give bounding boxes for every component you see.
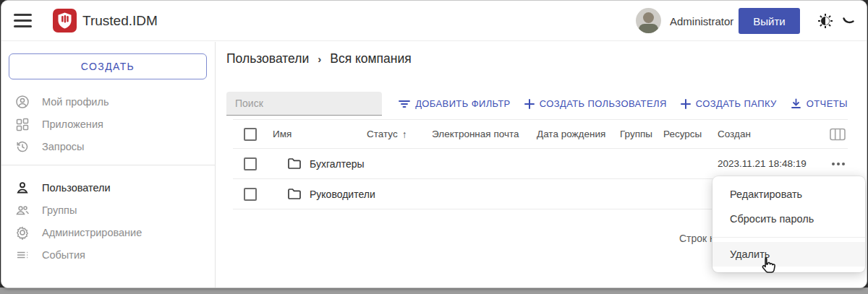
sidebar-item-administration[interactable]: Администрирование: [1, 221, 215, 243]
rows-per-page-label: Строк н: [679, 233, 715, 244]
row-checkbox[interactable]: [244, 157, 257, 170]
plus-icon: [524, 99, 535, 109]
user-name: Administrator: [670, 1, 733, 41]
sidebar-item-label: Администрирование: [42, 227, 142, 238]
reports-button[interactable]: ОТЧЕТЫ: [791, 98, 848, 109]
breadcrumb-separator-icon: ›: [318, 53, 321, 65]
menu-hamburger-icon[interactable]: [14, 14, 32, 27]
app-window: Trusted.IDM Administrator Выйти: [1, 0, 867, 288]
logout-button[interactable]: Выйти: [739, 8, 800, 34]
folder-icon: [287, 157, 302, 170]
folder-icon: [287, 188, 302, 200]
sidebar-item-label: Запросы: [42, 141, 84, 152]
sidebar-item-label: Мой профиль: [42, 96, 109, 108]
create-button[interactable]: СОЗДАТЬ: [9, 53, 207, 79]
sidebar-nav-primary: Мой профиль Приложения Запросы: [1, 90, 215, 157]
column-header-email[interactable]: Электронная почта: [432, 129, 537, 139]
create-folder-button[interactable]: СОЗДАТЬ ПАПКУ: [681, 98, 777, 109]
sidebar: СОЗДАТЬ Мой профиль Приложения: [1, 42, 216, 287]
moon-icon[interactable]: [843, 1, 854, 41]
sidebar-divider: [1, 165, 215, 165]
sidebar-item-label: Группы: [42, 204, 77, 216]
desktop-background-strip: [0, 287, 868, 294]
column-header-birthdate[interactable]: Дата рождения: [537, 129, 620, 139]
history-icon: [15, 139, 30, 154]
select-all-checkbox[interactable]: [244, 128, 257, 141]
column-header-created[interactable]: Создан: [718, 129, 826, 139]
breadcrumb: Пользователи › Вся компания: [226, 48, 412, 69]
search-input[interactable]: [226, 92, 382, 116]
app-logo-icon: [53, 9, 77, 35]
person-icon: [15, 181, 30, 195]
account-circle-icon: [15, 95, 30, 109]
app-title: Trusted.IDM: [82, 1, 158, 41]
row-name: Бухгалтеры: [310, 158, 365, 170]
user-avatar[interactable]: [636, 8, 661, 33]
group-icon: [15, 203, 30, 217]
context-menu-delete[interactable]: Удалить: [712, 242, 865, 267]
context-menu-edit[interactable]: Редактировать: [712, 182, 865, 207]
top-bar: Trusted.IDM Administrator Выйти: [1, 1, 867, 41]
context-menu-reset-password[interactable]: Сбросить пароль: [712, 207, 865, 231]
brightness-theme-icon[interactable]: [817, 1, 834, 41]
sidebar-item-my-profile[interactable]: Мой профиль: [1, 90, 215, 113]
add-filter-button[interactable]: ДОБАВИТЬ ФИЛЬТР: [399, 98, 511, 109]
filter-icon: [399, 99, 410, 109]
row-created: 2023.11.21 18:48:19: [718, 158, 826, 169]
sort-asc-icon[interactable]: ↑: [402, 129, 407, 140]
plus-icon: [681, 99, 691, 109]
table-row[interactable]: Бухгалтеры 2023.11.21 18:48:19: [233, 149, 848, 179]
row-actions-button[interactable]: [830, 158, 846, 170]
row-checkbox[interactable]: [244, 188, 257, 201]
breadcrumb-company[interactable]: Вся компания: [330, 51, 412, 66]
sidebar-item-label: Пользователи: [42, 182, 111, 194]
create-user-button[interactable]: СОЗДАТЬ ПОЛЬЗОВАТЕЛЯ: [524, 98, 667, 109]
sidebar-item-users[interactable]: Пользователи: [1, 176, 215, 199]
row-name: Руководители: [310, 189, 375, 200]
column-header-name[interactable]: Имя: [273, 129, 367, 139]
event-list-icon: [15, 248, 30, 262]
sidebar-nav-secondary: Пользователи Группы Администрирование: [1, 176, 215, 266]
sidebar-item-label: Приложения: [42, 118, 103, 130]
view-columns-icon[interactable]: [829, 127, 846, 142]
column-header-groups[interactable]: Группы: [620, 129, 663, 139]
column-header-status[interactable]: Статус ↑: [367, 129, 432, 140]
sidebar-item-applications[interactable]: Приложения: [1, 113, 215, 135]
row-context-menu: Редактировать Сбросить пароль Удалить: [712, 176, 865, 272]
sidebar-item-label: События: [42, 249, 85, 261]
toolbar-actions: ДОБАВИТЬ ФИЛЬТР СОЗДАТЬ ПОЛЬЗОВАТЕЛЯ СОЗ…: [399, 92, 848, 116]
sidebar-item-events[interactable]: События: [1, 243, 215, 266]
breadcrumb-users[interactable]: Пользователи: [226, 51, 309, 66]
sidebar-item-groups[interactable]: Группы: [1, 199, 215, 221]
table-header-row: Имя Статус ↑ Электронная почта Дата рожд…: [233, 119, 848, 149]
context-menu-divider: [712, 237, 865, 238]
apps-grid-icon: [15, 117, 30, 131]
download-icon: [791, 98, 801, 109]
gear-icon: [15, 225, 30, 240]
column-header-resources[interactable]: Ресурсы: [663, 129, 718, 139]
sidebar-item-requests[interactable]: Запросы: [1, 135, 215, 157]
